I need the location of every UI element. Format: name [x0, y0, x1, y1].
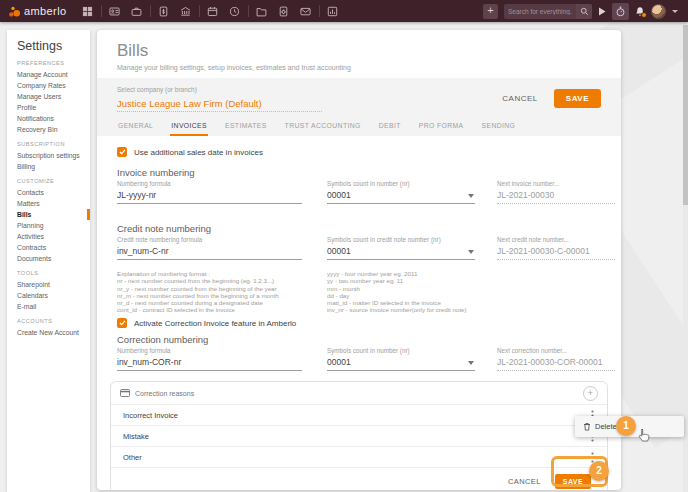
credit-note-numbering-heading: Credit note numbering	[117, 223, 601, 234]
select-caret-icon	[468, 194, 474, 198]
next-credit-note-number-field: Next credit note number... JL-2021-00030…	[497, 236, 615, 260]
reason-label: Other	[123, 453, 142, 462]
contact-card-icon[interactable]	[104, 0, 126, 22]
invoice-icon[interactable]	[153, 0, 175, 22]
sidebar-item-notifications[interactable]: Notifications	[17, 113, 90, 124]
tab-general[interactable]: GENERAL	[117, 118, 154, 136]
briefcase-icon[interactable]	[126, 0, 148, 22]
cancel-button-top[interactable]: CANCEL	[502, 94, 537, 103]
select-caret-icon	[468, 361, 474, 365]
invoice-numbering-heading: Invoice numbering	[117, 167, 601, 178]
stopwatch-icon[interactable]	[612, 3, 629, 20]
sidebar-item-sharepoint[interactable]: Sharepoint	[17, 279, 90, 290]
calendar-icon[interactable]	[202, 0, 224, 22]
sidebar-item-company-rates[interactable]: Company Rates	[17, 80, 90, 91]
correction-feature-checkbox[interactable]	[117, 318, 127, 328]
bank-icon[interactable]	[175, 0, 197, 22]
correction-feature-checkbox-label: Activate Correction Invoice feature in A…	[134, 319, 296, 328]
symbols-count-field: Symbols count in number (nr) 00001	[327, 180, 475, 204]
avatar[interactable]	[651, 4, 666, 19]
credit-note-formula-field: Credit note numbering formula inv_num-C-…	[117, 236, 302, 260]
folder-icon[interactable]	[251, 0, 273, 22]
next-correction-number-field: Next correction number... JL-2021-00030-…	[497, 347, 615, 371]
envelope-icon[interactable]	[295, 0, 317, 22]
sidebar-section-subscription: SUBSCRIPTION	[17, 141, 90, 147]
amberlo-logo[interactable]: amberlo	[0, 5, 77, 18]
add-reason-button[interactable]: +	[583, 386, 598, 401]
tab-invoices[interactable]: INVOICES	[170, 118, 208, 136]
cancel-button-bottom[interactable]: CANCEL	[508, 477, 541, 486]
notification-bell-icon[interactable]	[635, 6, 645, 17]
correction-formula-input[interactable]: inv_num-COR-nr	[117, 355, 302, 371]
page-title: Bills	[117, 41, 601, 61]
next-invoice-number-value: JL-2021-00030	[497, 188, 615, 204]
bills-tabs: GENERAL INVOICES ESTIMATES TRUST ACCOUNT…	[117, 118, 601, 136]
sidebar-item-email[interactable]: E-mail	[17, 301, 90, 312]
global-add-button[interactable]: +	[483, 4, 498, 19]
bar-chart-icon[interactable]	[322, 0, 344, 22]
credit-note-formula-input[interactable]: inv_num-C-nr	[117, 244, 302, 260]
check-icon	[119, 149, 126, 155]
tab-estimates[interactable]: ESTIMATES	[224, 118, 268, 136]
annotation-step-2: 2	[589, 461, 609, 481]
sidebar-item-billing[interactable]: Billing	[17, 161, 90, 172]
company-select: Select company (or branch) Justice Leagu…	[117, 86, 502, 112]
correction-symbols-count-field: Symbols count in number (nr) 00001	[327, 347, 475, 371]
topbar-menu	[77, 0, 344, 22]
trash-icon	[583, 422, 591, 431]
sales-date-checkbox[interactable]	[117, 147, 127, 157]
numbering-formula-field: Numbering formula JL-yyyy-nr	[117, 180, 302, 204]
logo-text: amberlo	[24, 5, 67, 17]
numbering-formula-input[interactable]: JL-yyyy-nr	[117, 188, 302, 204]
sidebar-item-documents[interactable]: Documents	[17, 253, 90, 264]
sidebar-item-activities[interactable]: Activities	[17, 231, 90, 242]
topbar-divider	[199, 5, 200, 17]
tab-pro-forma[interactable]: PRO FORMA	[418, 118, 465, 136]
sidebar-section-tools: TOOLS	[17, 270, 90, 276]
document-gear-icon[interactable]	[273, 0, 295, 22]
page-subtitle: Manage your billing settings, setup invo…	[117, 64, 601, 71]
sidebar-item-create-new-account[interactable]: Create New Account	[17, 327, 90, 338]
symbols-count-select[interactable]: 00001	[327, 188, 475, 204]
company-select-value[interactable]: Justice League Law Firm (Default)	[117, 96, 322, 112]
correction-numbering-heading: Correction numbering	[117, 334, 601, 345]
sidebar-title: Settings	[17, 39, 90, 53]
delete-menu-item[interactable]: Delete	[595, 422, 617, 431]
correction-reasons-title: Correction reasons	[135, 390, 194, 397]
sidebar-item-calendars[interactable]: Calendars	[17, 290, 90, 301]
correction-reasons-card: Correction reasons + Incorrect Invoice M…	[110, 381, 608, 490]
sidebar-item-subscription-settings[interactable]: Subscription settings	[17, 150, 90, 161]
explanation-left-column: Explanation of numbering format : nr - n…	[117, 270, 279, 314]
sidebar-item-matters[interactable]: Matters	[17, 198, 90, 209]
tab-debit[interactable]: DEBIT	[378, 118, 402, 136]
sidebar-item-planning[interactable]: Planning	[17, 220, 90, 231]
settings-sidebar: Settings PREFERENCES Manage Account Comp…	[7, 30, 90, 492]
sales-date-checkbox-row: Use additional sales date in invoices	[117, 146, 601, 158]
grid-icon[interactable]	[77, 0, 99, 22]
sidebar-item-manage-account[interactable]: Manage Account	[17, 69, 90, 80]
sidebar-item-contracts[interactable]: Contracts	[17, 242, 90, 253]
sidebar-item-bills-label: Bills	[17, 211, 31, 218]
sidebar-item-recovery-bin[interactable]: Recovery Bin	[17, 124, 90, 135]
save-button-top[interactable]: SAVE	[554, 89, 601, 108]
credit-note-symbols-count-field: Symbols count in credit note number (nr)…	[327, 236, 475, 260]
sidebar-item-manage-users[interactable]: Manage Users	[17, 91, 90, 102]
sidebar-item-bills[interactable]: Bills	[17, 209, 90, 220]
field-label: Symbols count in number (nr)	[327, 347, 475, 355]
search-icon[interactable]	[576, 4, 592, 19]
tab-sending[interactable]: SENDING	[481, 118, 517, 136]
sidebar-item-contacts[interactable]: Contacts	[17, 187, 90, 198]
scrollbar-thumb[interactable]	[683, 25, 688, 205]
global-search	[504, 4, 592, 19]
credit-note-symbols-count-select[interactable]: 00001	[327, 244, 475, 260]
next-invoice-number-field: Next invoice number... JL-2021-00030	[497, 180, 615, 204]
tab-trust-accounting[interactable]: TRUST ACCOUNTING	[284, 118, 362, 136]
play-timer-icon[interactable]	[598, 7, 606, 16]
sidebar-item-profile[interactable]: Profile	[17, 102, 90, 113]
history-clock-icon[interactable]	[224, 0, 246, 22]
search-input[interactable]	[504, 8, 576, 15]
correction-symbols-count-select[interactable]: 00001	[327, 355, 475, 371]
caret-down-icon[interactable]	[672, 10, 678, 13]
field-label: Symbols count in credit note number (nr)	[327, 236, 475, 244]
credit-note-numbering-fields: Credit note numbering formula inv_num-C-…	[117, 236, 601, 264]
